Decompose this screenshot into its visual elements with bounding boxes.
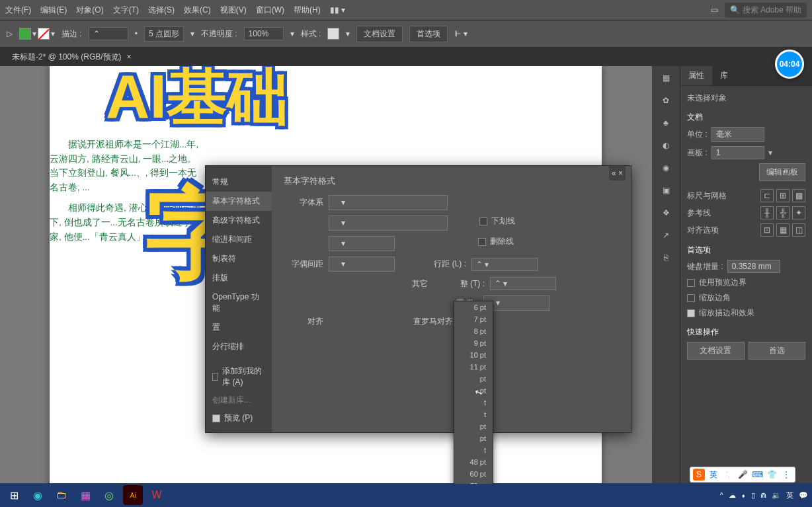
appearance-icon[interactable]: ◉ <box>659 161 672 175</box>
doc-setup-button[interactable]: 文档设置 <box>356 26 403 42</box>
stroke-swatch[interactable] <box>38 28 50 40</box>
sogou-icon[interactable]: S <box>693 469 705 481</box>
size-option[interactable]: pt <box>454 373 493 385</box>
keyboard-inc-input[interactable]: 0.3528 mm <box>727 260 780 273</box>
style-swatch[interactable] <box>327 28 339 40</box>
edge-icon[interactable]: ◉ <box>28 485 48 505</box>
size-option[interactable]: 10 pt <box>454 349 493 361</box>
stroke-weight-input[interactable]: ⌃ <box>89 27 128 40</box>
artboard-icon[interactable]: ⎘ <box>659 251 672 264</box>
size-option[interactable]: 6 pt <box>454 301 493 313</box>
menu-object[interactable]: 对象(O) <box>76 5 103 16</box>
font-size-select[interactable]: ▾ <box>329 236 395 251</box>
browser-icon[interactable]: ◎ <box>99 485 119 505</box>
pref-quick-button[interactable]: 首选 <box>749 342 806 360</box>
menu-file[interactable]: 文件(F) <box>5 5 31 16</box>
position-select[interactable]: ▾ <box>483 295 549 311</box>
size-option[interactable]: pt <box>454 420 493 432</box>
skin-icon[interactable]: 👕 <box>766 469 778 481</box>
volume-icon[interactable]: 🔉 <box>772 491 781 500</box>
size-option[interactable]: t <box>454 409 493 420</box>
sidebar-item-line-break[interactable]: 分行缩排 <box>206 337 272 356</box>
preview-bounds-checkbox[interactable] <box>687 279 695 287</box>
snap-pixel-icon[interactable]: ◫ <box>792 223 805 237</box>
explorer-icon[interactable]: 🗀 <box>52 485 71 505</box>
guides-icon[interactable]: ╫ <box>760 206 774 219</box>
artboard-select[interactable]: 1 <box>711 146 764 159</box>
font-style-select[interactable]: ▾ <box>329 215 448 231</box>
ime-punct-icon[interactable]: ', <box>722 469 734 481</box>
keyboard-icon[interactable]: ⌨ <box>751 469 763 481</box>
notification-icon[interactable]: 💬 <box>799 491 808 500</box>
app-icon[interactable]: ▦ <box>75 485 95 505</box>
size-option[interactable]: t <box>454 397 493 409</box>
grid-icon[interactable]: ▦ <box>659 71 672 85</box>
size-option[interactable]: 48 pt <box>454 456 493 468</box>
menu-select[interactable]: 选择(S) <box>148 5 175 16</box>
tracking-select[interactable]: ⌃ ▾ <box>490 277 556 290</box>
preview-checkbox[interactable] <box>212 414 220 422</box>
export-icon[interactable]: ↗ <box>659 229 672 242</box>
menu-view[interactable]: 视图(V) <box>220 5 247 16</box>
window-mode-icon[interactable]: ▭ <box>711 5 718 15</box>
align-icon[interactable]: ⊩ ▾ <box>454 29 467 38</box>
tab-properties[interactable]: 属性 <box>680 66 712 85</box>
wps-icon[interactable]: W <box>147 485 167 505</box>
grid-icon[interactable]: ⊞ <box>776 189 790 202</box>
system-tray[interactable]: ^ ☁ ⬧ ▯ ⋒ 🔉 英 💬 <box>720 490 808 500</box>
lock-guides-icon[interactable]: ╬ <box>776 206 790 219</box>
menu-help[interactable]: 帮助(H) <box>294 5 321 16</box>
menu-window[interactable]: 窗口(W) <box>256 5 284 16</box>
fill-swatch[interactable] <box>19 28 31 40</box>
size-option[interactable]: 60 pt <box>454 468 493 480</box>
mic-icon[interactable]: 🎤 <box>737 469 749 481</box>
cloud-icon[interactable]: ☁ <box>729 491 736 500</box>
illustrator-icon[interactable]: Ai <box>123 485 143 505</box>
underline-checkbox[interactable] <box>479 217 487 225</box>
sidebar-item-general[interactable]: 常规 <box>206 173 272 192</box>
lib-select[interactable]: 创建新库... <box>206 392 272 409</box>
size-option[interactable]: 72 pt <box>454 480 493 484</box>
chevron-down-icon[interactable]: ▾ <box>190 29 194 38</box>
opacity-input[interactable]: 100% <box>244 27 284 40</box>
tray-icon[interactable]: ⬧ <box>741 491 746 499</box>
transparency-grid-icon[interactable]: ▩ <box>792 189 805 202</box>
battery-icon[interactable]: ▯ <box>751 491 755 500</box>
chevron-down-icon[interactable]: ▾ <box>290 29 294 38</box>
brush-select[interactable]: 5 点圆形 <box>144 26 184 42</box>
size-option[interactable]: 9 pt <box>454 337 493 349</box>
tray-lang[interactable]: 英 <box>786 490 793 500</box>
sidebar-item-tabs[interactable]: 制表符 <box>206 249 272 268</box>
chevron-down-icon[interactable]: ▾ <box>346 29 350 38</box>
size-option[interactable]: pt <box>454 432 493 444</box>
menu-text[interactable]: 文字(T) <box>113 5 139 16</box>
smart-guides-icon[interactable]: ✦ <box>792 206 805 219</box>
tray-chevron-icon[interactable]: ^ <box>720 491 723 499</box>
menu-edit[interactable]: 编辑(E) <box>40 5 67 16</box>
chevron-down-icon[interactable]: ▾ <box>51 29 55 38</box>
doc-setup-quick-button[interactable]: 文档设置 <box>687 342 745 360</box>
preferences-button[interactable]: 首选项 <box>409 26 448 42</box>
scale-corners-checkbox[interactable] <box>687 294 695 302</box>
sidebar-item-position[interactable]: 置 <box>206 318 272 337</box>
ruler-icon[interactable]: ⊏ <box>760 189 774 202</box>
size-option[interactable]: t <box>454 444 493 456</box>
edit-artboard-button[interactable]: 编辑画板 <box>759 163 805 181</box>
ime-toolbar[interactable]: S 英 ', 🎤 ⌨ 👕 ⋮ <box>690 467 795 483</box>
close-icon[interactable]: × <box>127 52 132 61</box>
scale-strokes-checkbox[interactable] <box>687 309 695 317</box>
swatch-icon[interactable]: ◐ <box>659 139 672 152</box>
brush-icon[interactable]: ✿ <box>659 94 672 107</box>
canvas[interactable]: 据说开派祖师本是一个江湖...年, 云游四方, 路经青云山, 一眼...之地。当… <box>0 66 652 484</box>
layers-panel-icon[interactable]: ❖ <box>659 206 672 219</box>
ime-lang[interactable]: 英 <box>708 469 719 481</box>
chevron-down-icon[interactable]: ▾ <box>32 29 36 38</box>
menu-effect[interactable]: 效果(C) <box>184 5 211 16</box>
sidebar-item-opentype[interactable]: OpenType 功能 <box>206 288 272 318</box>
more-icon[interactable]: ⋮ <box>780 469 792 481</box>
pair-kern-select[interactable]: ▾ <box>329 256 395 272</box>
chevron-down-icon[interactable]: ▾ <box>768 148 772 157</box>
sidebar-item-indent[interactable]: 缩进和间距 <box>206 230 272 249</box>
sidebar-item-basic-char[interactable]: 基本字符格式 <box>206 192 272 211</box>
add-to-lib-checkbox[interactable] <box>212 373 218 381</box>
